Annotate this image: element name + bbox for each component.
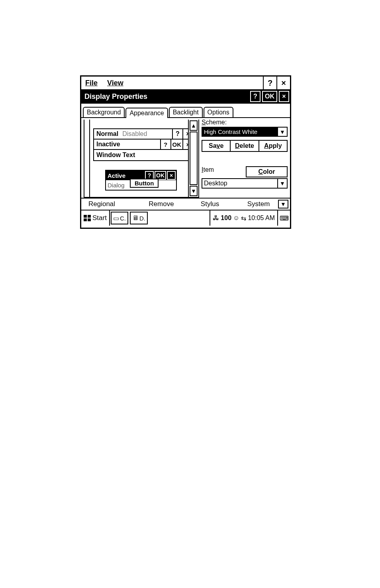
task-c-label: C. — [120, 215, 126, 222]
dialog-titlebar: Display Properties ? OK × — [81, 90, 290, 104]
scroll-up-icon[interactable]: ▲ — [190, 120, 198, 131]
tab-backlight[interactable]: Backlight — [169, 107, 203, 117]
cmd-system[interactable]: System — [234, 200, 283, 208]
cmd-dropdown-icon[interactable]: ▼ — [278, 200, 288, 208]
task-d-label: D. — [139, 215, 145, 222]
dialog-ok-button[interactable]: OK — [262, 91, 277, 102]
tab-background[interactable]: Background — [83, 107, 125, 117]
menu-file[interactable]: File — [84, 78, 99, 88]
item-label: Item — [202, 166, 243, 173]
windows-logo-icon — [84, 215, 91, 221]
dialog-title: Display Properties — [84, 92, 147, 101]
save-button[interactable]: Save — [202, 140, 231, 152]
preview-inactive-label: Inactive — [94, 141, 123, 148]
preview-normal-close-icon: × — [182, 129, 188, 139]
tray-connection-icon[interactable]: ⇆ — [241, 214, 246, 222]
tray-sync-icon[interactable]: ☺ — [233, 214, 239, 222]
preview-active-close-icon: × — [167, 171, 176, 180]
preview-inactive-help-icon: ? — [160, 140, 170, 149]
device-screen: File View ? × Display Properties ? OK × … — [80, 75, 291, 229]
preview-active-window: Active ? OK × Dialog Button — [105, 170, 177, 191]
preview-main: Normal Disabled ? × Inactive ? OK — [90, 120, 188, 197]
preview-disabled-label: Disabled — [121, 130, 149, 138]
shell-close-button[interactable]: × — [276, 77, 290, 89]
tab-strip: Background Appearance Backlight Options — [81, 105, 290, 118]
preview-scrollbar[interactable]: ▲ ▼ — [188, 120, 198, 197]
preview-normal-window: Normal Disabled ? × Inactive ? OK — [93, 128, 188, 161]
color-button[interactable]: Color — [246, 166, 288, 177]
system-tray: 🖧 100 ☺ ⇆ 10:05 AM — [210, 210, 277, 226]
preview-normal-label: Normal — [94, 130, 121, 138]
scroll-down-icon[interactable]: ▼ — [190, 186, 198, 196]
tray-clock[interactable]: 10:05 AM — [248, 214, 275, 222]
tab-options[interactable]: Options — [204, 107, 233, 117]
cmd-remove[interactable]: Remove — [137, 200, 186, 208]
preview-dialog-label: Dialog — [106, 182, 126, 189]
taskbar: Start ▭ C. 🖥 D. 🖧 100 ☺ ⇆ 10:05 AM ⌨ — [81, 210, 290, 226]
dialog-body: Normal Disabled ? × Inactive ? OK — [81, 118, 290, 198]
scheme-select[interactable]: High Contrast White — [202, 127, 278, 137]
sip-button[interactable]: ⌨ — [277, 210, 290, 226]
apply-button[interactable]: Apply — [259, 140, 288, 152]
controls-panel: Scheme: High Contrast White ▼ Save Delet… — [201, 118, 290, 198]
scheme-dropdown-icon[interactable]: ▼ — [278, 127, 288, 137]
dialog-help-button[interactable]: ? — [250, 91, 261, 102]
tab-appearance[interactable]: Appearance — [125, 108, 168, 118]
tray-network-icon[interactable]: 🖧 — [213, 214, 219, 222]
delete-button[interactable]: Delete — [231, 140, 259, 152]
preview-gutter — [84, 120, 90, 197]
preview-panel: Normal Disabled ? × Inactive ? OK — [81, 118, 201, 198]
shell-help-button[interactable]: ? — [263, 77, 276, 89]
cmd-stylus[interactable]: Stylus — [186, 200, 234, 208]
preview-normal-help-icon: ? — [172, 129, 182, 139]
preview-button: Button — [130, 179, 159, 188]
item-select[interactable]: Desktop — [202, 178, 278, 189]
task-d-icon: 🖥 — [132, 214, 139, 222]
scheme-label: Scheme: — [202, 119, 288, 126]
shell-menubar: File View ? × — [81, 77, 290, 90]
keyboard-icon: ⌨ — [280, 214, 289, 222]
preview-inactive-ok-icon: OK — [170, 140, 183, 149]
item-dropdown-icon[interactable]: ▼ — [278, 178, 288, 189]
scroll-track[interactable] — [190, 132, 198, 185]
taskbar-task-d[interactable]: 🖥 D. — [130, 212, 148, 224]
control-panel-row: Regional Remove Stylus System ▼ — [81, 198, 290, 210]
preview-active-label: Active — [106, 172, 127, 179]
preview-window-text: Window Text — [94, 150, 188, 160]
start-label: Start — [92, 214, 107, 222]
cmd-regional[interactable]: Regional — [88, 200, 137, 208]
start-button[interactable]: Start — [81, 210, 110, 226]
task-c-icon: ▭ — [113, 214, 119, 222]
preview-inactive-close-icon: × — [182, 140, 188, 149]
taskbar-task-c[interactable]: ▭ C. — [111, 212, 128, 224]
tray-battery[interactable]: 100 — [221, 214, 231, 222]
menu-view[interactable]: View — [106, 78, 125, 88]
dialog-close-button[interactable]: × — [279, 91, 289, 102]
